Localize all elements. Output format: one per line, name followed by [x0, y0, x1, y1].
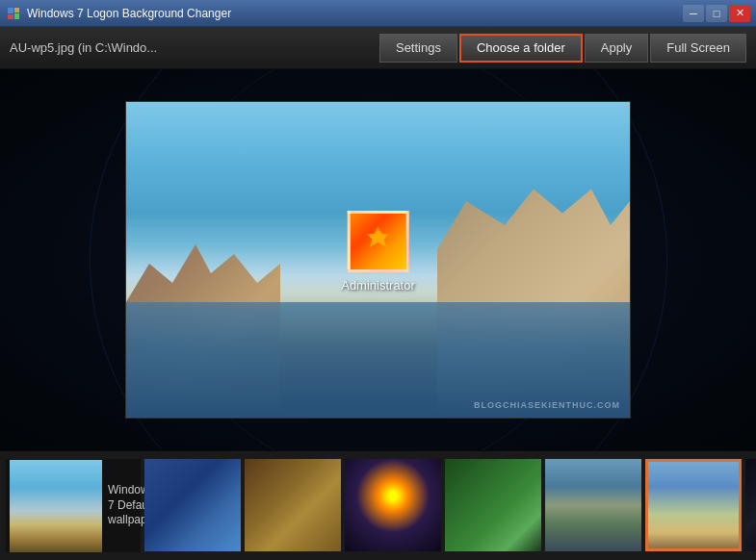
thumbnail-image — [745, 459, 756, 551]
settings-button[interactable]: Settings — [379, 34, 457, 63]
svg-rect-0 — [8, 8, 13, 13]
thumbnail-strip: Windows 7 Default wallpaper — [0, 450, 756, 560]
list-item[interactable] — [345, 459, 441, 551]
fullscreen-button[interactable]: Full Screen — [650, 34, 746, 63]
thumbnail-image — [445, 459, 541, 551]
thumbnail-default[interactable]: Windows 7 Default wallpaper — [6, 459, 141, 552]
preview-container: Administrator BLOGCHIASEKIENTHUC.COM — [125, 101, 631, 419]
thumbnail-image — [345, 459, 441, 551]
title-controls: ─ □ ✕ — [683, 5, 750, 22]
user-avatar — [347, 211, 408, 272]
thumbnail-image — [245, 459, 341, 551]
close-button[interactable]: ✕ — [729, 5, 750, 22]
title-bar-left: Windows 7 Logon Background Changer — [6, 6, 231, 21]
file-label: AU-wp5.jpg (in C:\Windo... — [10, 40, 194, 55]
main-preview-area: Administrator BLOGCHIASEKIENTHUC.COM — [0, 69, 756, 450]
toolbar: AU-wp5.jpg (in C:\Windo... Settings Choo… — [0, 27, 756, 69]
choose-folder-button[interactable]: Choose a folder — [459, 34, 583, 63]
thumbnail-image — [545, 459, 641, 551]
thumbnail-image — [144, 459, 241, 551]
app-icon — [6, 6, 21, 21]
thumbnail-default-image — [10, 460, 102, 552]
svg-rect-3 — [8, 14, 13, 19]
list-item[interactable] — [545, 459, 641, 551]
user-name: Administrator — [341, 278, 415, 293]
minimize-button[interactable]: ─ — [683, 5, 704, 22]
watermark: BLOGCHIASEKIENTHUC.COM — [474, 400, 620, 410]
list-item[interactable] — [745, 459, 756, 551]
app-title: Windows 7 Logon Background Changer — [27, 7, 231, 20]
svg-rect-1 — [14, 8, 19, 13]
apply-button[interactable]: Apply — [585, 34, 649, 63]
list-item[interactable] — [645, 459, 742, 551]
user-area: Administrator — [341, 211, 415, 293]
preview-window: Administrator BLOGCHIASEKIENTHUC.COM — [125, 101, 631, 419]
title-bar: Windows 7 Logon Background Changer ─ □ ✕ — [0, 0, 756, 27]
maximize-button[interactable]: □ — [706, 5, 727, 22]
list-item[interactable] — [245, 459, 341, 551]
svg-rect-2 — [14, 13, 19, 19]
list-item[interactable] — [144, 459, 241, 551]
list-item[interactable] — [445, 459, 541, 551]
thumbnail-image — [645, 459, 742, 551]
